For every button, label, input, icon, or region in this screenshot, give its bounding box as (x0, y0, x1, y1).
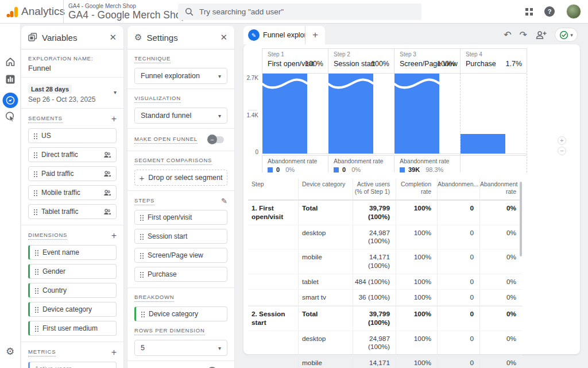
zoom-out-button[interactable]: − (558, 147, 566, 155)
dimension-chip[interactable]: Device category (28, 302, 117, 317)
technique-dropdown[interactable]: Funnel exploration▾ (134, 68, 227, 84)
funnel-bar[interactable] (461, 134, 505, 154)
exploration-name-value[interactable]: Funnel (28, 64, 117, 72)
cell-device: Total (299, 306, 353, 330)
step-chip[interactable]: Session start (134, 229, 227, 244)
abandonment-count: 39K (408, 166, 420, 173)
people-icon (103, 170, 111, 178)
step-chip[interactable]: Screen/Page view (134, 248, 227, 263)
segment-chip[interactable]: Direct traffic (28, 147, 117, 162)
redo-icon[interactable]: ↷ (520, 29, 527, 40)
add-tab-button[interactable]: + (305, 26, 325, 44)
reports-icon[interactable] (6, 75, 15, 84)
home-icon[interactable] (5, 57, 16, 67)
cell-abandonment-rate: 0% (480, 290, 522, 305)
settings-panel: ⚙ Settings ✕ TECHNIQUE Funnel exploratio… (127, 26, 234, 368)
steps-label: STEPS (134, 197, 154, 205)
step-chip-label: First open/visit (148, 213, 222, 221)
cell-abandonments: 0 (438, 225, 480, 249)
funnel-step-name: Session start (334, 60, 375, 68)
analytics-logo-icon (6, 5, 20, 19)
settings-title: Settings (146, 33, 215, 43)
drag-handle-icon (34, 269, 38, 275)
avatar[interactable] (566, 4, 581, 19)
close-settings-icon[interactable]: ✕ (220, 32, 227, 43)
cell-abandonments: 0 (438, 331, 480, 355)
date-range-picker[interactable]: Last 28 days Sep 26 - Oct 23, 2025 ▾ (28, 83, 117, 103)
cell-abandonment-rate: 0% (480, 306, 522, 330)
breakdown-chip[interactable]: Device category (134, 306, 227, 321)
table-row[interactable]: smart tv36 (100%)100%00% (248, 290, 522, 306)
share-users-icon[interactable] (535, 30, 547, 40)
property-name[interactable]: GA4 - Google Merch Shop (68, 9, 187, 21)
table-row[interactable]: desktop24,987 (100%)100%00% (248, 225, 522, 250)
add-segment-icon[interactable]: + (111, 114, 117, 124)
cell-abandonments: 0 (438, 290, 480, 305)
edit-steps-icon[interactable]: ✎ (221, 197, 227, 205)
segment-chip-label: Mobile traffic (41, 189, 99, 197)
cell-completion-rate: 100% (396, 201, 438, 224)
abandonment-count: 0 (276, 166, 280, 173)
grid-line (262, 155, 262, 172)
drag-handle-icon (34, 250, 38, 256)
dimension-chip[interactable]: Gender (28, 264, 117, 279)
visualization-dropdown[interactable]: Standard funnel▾ (134, 108, 227, 124)
table-row[interactable]: mobile14,171 (100%)100%00% (248, 250, 522, 274)
segment-dropzone[interactable]: + Drop or select segment (134, 170, 227, 186)
step-chip[interactable]: Purchase (134, 267, 227, 282)
segments-label: SEGMENTS (28, 115, 63, 123)
funnel-step-pct: 100% (371, 60, 389, 68)
dimension-chip[interactable]: Event name (28, 245, 117, 260)
table-row[interactable]: desktop24,987 (100%)100%00% (248, 331, 522, 355)
add-metric-icon[interactable]: + (111, 348, 117, 357)
cell-active-users: 24,987 (100%) (353, 331, 396, 355)
tab-funnel-exploration[interactable]: ✎ Funnel explor... ▾ (243, 26, 305, 44)
table-scrollbar[interactable] (520, 182, 522, 256)
drag-handle-icon (34, 306, 38, 313)
funnel-step-label: Step 3 (400, 51, 416, 57)
cell-completion-rate: 100% (396, 331, 438, 355)
step-chip[interactable]: First open/visit (134, 210, 227, 225)
segment-chip[interactable]: Tablet traffic (28, 204, 117, 219)
explore-icon-selected[interactable] (2, 93, 18, 108)
cell-device: mobile (299, 250, 353, 273)
rows-per-dimension-dropdown[interactable]: 5▾ (134, 340, 227, 356)
advertising-icon[interactable] (5, 111, 16, 122)
date-preset-chip: Last 28 days (28, 85, 72, 94)
status-ok-button[interactable]: ▾ (555, 28, 578, 42)
table-row[interactable]: 2. Session startTotal39,799 (100%)100%00… (248, 306, 522, 331)
apps-grid-icon[interactable] (525, 8, 533, 16)
dimension-chip[interactable]: Country (28, 283, 117, 298)
table-row[interactable]: tablet484 (100%)100%00% (248, 274, 522, 290)
abandonment-legend: 00% (334, 166, 361, 173)
cell-device: desktop (299, 225, 353, 249)
cell-completion-rate: 100% (396, 290, 438, 305)
zoom-in-button[interactable]: + (558, 136, 566, 145)
segment-chip[interactable]: Paid traffic (28, 166, 117, 181)
add-dimension-icon[interactable]: + (111, 231, 117, 240)
metric-chip[interactable]: Active users (28, 362, 117, 368)
search-input[interactable]: Try searching "add user" (178, 3, 421, 20)
grid-line (328, 48, 328, 73)
column-header: Abandonmen... (438, 178, 480, 200)
segment-chip[interactable]: Mobile traffic (28, 185, 117, 200)
table-row[interactable]: 1. First open/visitTotal39,799 (100%)100… (248, 200, 522, 225)
help-icon[interactable]: ? (544, 6, 555, 17)
undo-icon[interactable]: ↶ (504, 29, 511, 40)
table-row[interactable]: mobile14,171 (100%)100%00% (248, 355, 522, 368)
make-open-funnel-toggle[interactable]: − (209, 136, 224, 143)
abandonment-count: 0 (342, 166, 346, 173)
variables-title: Variables (42, 33, 105, 43)
drag-handle-icon (140, 233, 144, 240)
drag-handle-icon (33, 190, 37, 196)
settings-gear-icon: ⚙ (134, 32, 142, 43)
admin-gear-icon[interactable]: ⚙ (6, 346, 14, 358)
chevron-down-icon: ▾ (218, 345, 221, 351)
segment-chip[interactable]: US (28, 128, 117, 143)
table-header-row: StepDevice categoryActive users (% of St… (248, 178, 522, 200)
close-variables-icon[interactable]: ✕ (109, 32, 117, 43)
dimension-chip[interactable]: First user medium (28, 321, 117, 336)
funnel-bar-wave (328, 78, 373, 92)
column-header: Device category (299, 178, 353, 200)
cell-active-users: 14,171 (100%) (353, 355, 396, 368)
